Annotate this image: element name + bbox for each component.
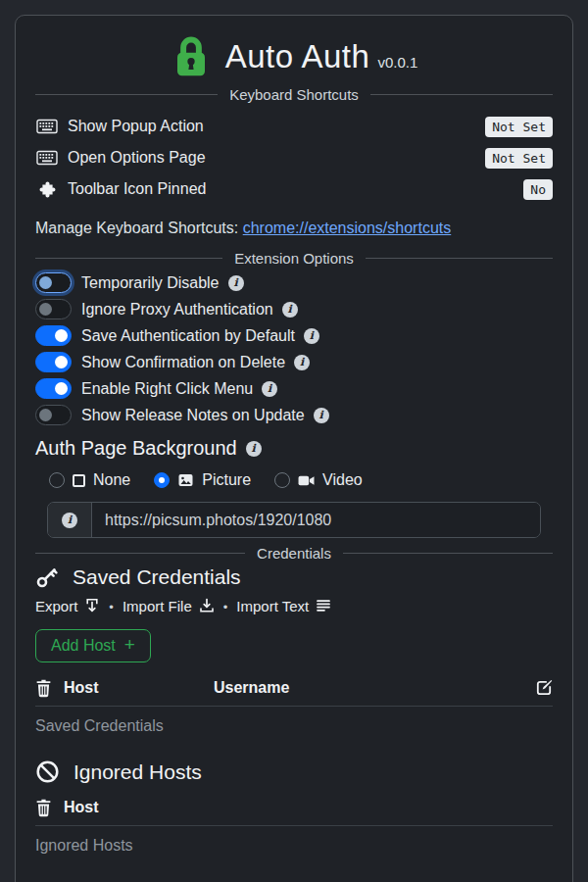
app-header: Auto Auth v0.0.1 xyxy=(35,24,553,84)
info-icon[interactable] xyxy=(282,302,298,318)
toggle-label: Temporarily Disable xyxy=(81,274,220,292)
dot-separator xyxy=(223,598,228,614)
divider-label: Keyboard Shortcuts xyxy=(229,86,359,103)
manage-shortcuts-label: Manage Keyboard Shortcuts: xyxy=(35,220,238,236)
toggle-label: Save Authentication by Default xyxy=(81,327,295,345)
key-icon xyxy=(35,565,59,589)
extension-options-divider: Extension Options xyxy=(35,250,553,267)
dot-separator xyxy=(109,598,114,614)
square-icon xyxy=(73,474,85,487)
toggle-row-save-auth: Save Authentication by Default xyxy=(35,325,553,346)
radio-button[interactable] xyxy=(154,472,170,488)
switch-knob xyxy=(39,276,52,289)
switch-knob xyxy=(39,409,52,421)
import-file-button[interactable]: Import File xyxy=(122,598,215,614)
info-icon[interactable] xyxy=(262,381,277,397)
ignored-hosts-heading: Ignored Hosts xyxy=(35,760,553,784)
saved-credentials-table-header: Host Username xyxy=(35,675,553,701)
radio-option-picture[interactable]: Picture xyxy=(154,471,251,489)
toggle-label: Ignore Proxy Authentication xyxy=(81,301,273,318)
radio-label: Video xyxy=(322,471,363,489)
credentials-divider: Credentials xyxy=(35,545,553,562)
shortcut-row-open-options: Open Options Page Not Set xyxy=(35,142,553,173)
ignored-hosts-table-header: Host xyxy=(35,795,553,820)
app-version: v0.0.1 xyxy=(377,54,417,71)
saved-credentials-heading: Saved Credentials xyxy=(35,565,553,589)
toggle-row-ignore-proxy: Ignore Proxy Authentication xyxy=(35,299,553,319)
info-icon[interactable] xyxy=(228,275,244,291)
shortcut-list: Show Popup Action Not Set Open Options P… xyxy=(35,111,553,205)
extension-options-list: Temporarily Disable Ignore Proxy Authent… xyxy=(35,272,553,425)
radio-option-video[interactable]: Video xyxy=(274,471,363,489)
keyboard-icon xyxy=(35,119,59,134)
toggle-temporarily-disable[interactable] xyxy=(35,272,72,293)
switch-knob xyxy=(55,356,68,368)
switch-knob xyxy=(55,329,68,342)
puzzle-icon xyxy=(35,181,59,198)
toggle-row-right-click-menu: Enable Right Click Menu xyxy=(35,378,553,399)
info-icon[interactable] xyxy=(294,355,310,370)
divider-label: Extension Options xyxy=(234,250,354,267)
auth-page-background-heading: Auth Page Background xyxy=(35,437,553,460)
table-separator xyxy=(35,825,553,826)
divider-label: Credentials xyxy=(257,545,331,562)
toggle-release-notes-update[interactable] xyxy=(35,405,72,425)
toggle-label: Show Release Notes on Update xyxy=(81,407,305,424)
column-header-username: Username xyxy=(214,679,535,697)
export-button[interactable]: Export xyxy=(35,598,100,614)
radio-label: None xyxy=(93,471,130,489)
import-text-button[interactable]: Import Text xyxy=(236,598,331,614)
toggle-row-temporarily-disable: Temporarily Disable xyxy=(35,272,553,293)
toggle-enable-right-click[interactable] xyxy=(35,378,72,399)
manage-shortcuts-link[interactable]: chrome://extensions/shortcuts xyxy=(243,220,452,236)
import-text-label: Import Text xyxy=(236,598,309,614)
toggle-label: Show Confirmation on Delete xyxy=(81,354,285,371)
switch-knob xyxy=(39,303,52,316)
shortcut-label: Open Options Page xyxy=(68,149,485,167)
info-icon[interactable] xyxy=(304,328,319,344)
info-icon[interactable] xyxy=(314,408,329,423)
options-panel: Auto Auth v0.0.1 Keyboard Shortcuts Show… xyxy=(15,15,573,882)
background-url-group xyxy=(47,502,541,538)
url-info-addon xyxy=(48,503,92,537)
background-type-radio-group: None Picture Video xyxy=(49,469,553,491)
toggle-save-auth-default[interactable] xyxy=(35,325,72,346)
radio-button[interactable] xyxy=(49,472,65,488)
keyboard-icon xyxy=(35,150,59,166)
prohibited-icon xyxy=(35,760,60,784)
background-url-input[interactable] xyxy=(92,503,540,537)
toggle-show-confirmation-delete[interactable] xyxy=(35,352,72,372)
trash-icon[interactable] xyxy=(35,799,52,817)
saved-credentials-empty-state: Saved Credentials xyxy=(35,717,553,735)
manage-shortcuts-line: Manage Keyboard Shortcuts: chrome://exte… xyxy=(35,220,553,237)
import-text-icon xyxy=(316,598,331,613)
toggle-row-confirm-delete: Show Confirmation on Delete xyxy=(35,352,553,372)
export-label: Export xyxy=(35,598,77,614)
toggle-ignore-proxy-auth[interactable] xyxy=(35,299,72,319)
switch-knob xyxy=(55,382,68,395)
section-title: Ignored Hosts xyxy=(74,760,202,784)
shortcut-row-show-popup: Show Popup Action Not Set xyxy=(35,111,553,142)
info-icon[interactable] xyxy=(246,441,262,457)
picture-icon xyxy=(177,472,194,488)
radio-label: Picture xyxy=(202,471,251,489)
table-separator xyxy=(35,706,553,707)
section-title: Saved Credentials xyxy=(73,565,241,589)
add-host-label: Add Host xyxy=(51,637,116,655)
shortcut-label: Toolbar Icon Pinned xyxy=(68,180,523,198)
add-host-button[interactable]: Add Host xyxy=(35,629,151,662)
edit-icon[interactable] xyxy=(535,679,553,697)
lock-icon xyxy=(171,33,212,80)
radio-button[interactable] xyxy=(274,472,290,488)
radio-option-none[interactable]: None xyxy=(49,471,130,489)
info-icon[interactable] xyxy=(62,513,77,528)
toggle-row-release-notes: Show Release Notes on Update xyxy=(35,405,553,425)
shortcut-value-badge: No xyxy=(523,179,553,200)
shortcut-value-badge: Not Set xyxy=(485,117,553,137)
page-title: Auto Auth xyxy=(225,38,370,75)
trash-icon[interactable] xyxy=(35,679,52,698)
column-header-host: Host xyxy=(64,799,214,816)
import-file-label: Import File xyxy=(122,598,192,614)
shortcut-label: Show Popup Action xyxy=(68,118,485,135)
toggle-label: Enable Right Click Menu xyxy=(81,380,253,398)
